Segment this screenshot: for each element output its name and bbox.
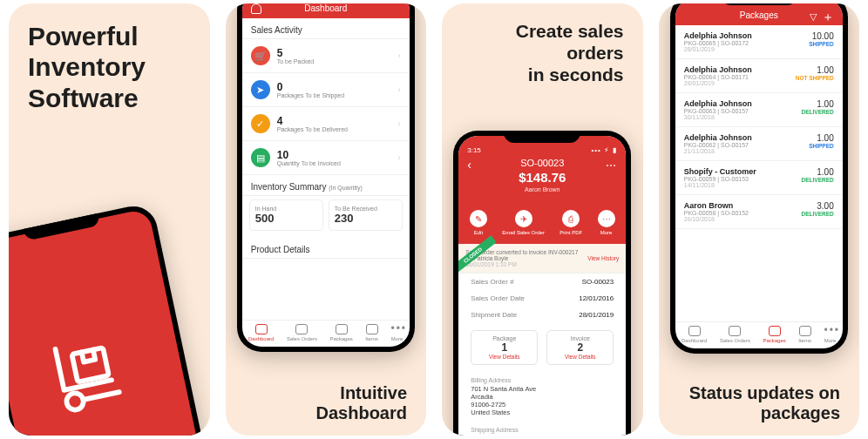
package-row[interactable]: Adelphia Johnson PKG-00065 | SO-00172 28…: [675, 25, 843, 59]
bell-icon[interactable]: [251, 3, 261, 14]
phone-sales-order: 3:15 ••• ⚡︎ ▮ ‹ ⋯ SO-00023 $148.76 Aaron…: [453, 131, 631, 436]
summary-card-invoice[interactable]: Invoice2View Details: [546, 330, 614, 365]
order-amount: $148.76: [458, 170, 626, 185]
package-date: 21/11/2018: [684, 148, 752, 154]
package-customer: Adelphia Johnson: [684, 31, 752, 40]
customer-name: Aaron Brown: [458, 186, 626, 192]
action-icon: ✎: [470, 210, 487, 227]
nav-sales orders[interactable]: Sales Orders: [287, 324, 317, 341]
sales-activity-title: Sales Activity: [242, 18, 410, 39]
back-icon[interactable]: ‹: [467, 158, 471, 172]
package-customer: Adelphia Johnson: [684, 99, 752, 108]
order-header: ‹ ⋯ SO-00023 $148.76 Aaron Brown: [458, 154, 626, 203]
package-date: 26/10/2018: [684, 216, 749, 222]
package-status: NOT SHIPPED: [796, 75, 834, 81]
package-status: DELIVERED: [802, 109, 834, 115]
order-action-edit[interactable]: ✎Edit: [470, 210, 487, 235]
activity-value: 0: [277, 82, 344, 92]
package-amount: 1.00: [809, 133, 834, 143]
activity-value: 5: [277, 48, 314, 58]
activity-label: Packages To be Shipped: [277, 92, 344, 98]
package-status: SHIPPED: [809, 143, 834, 149]
filter-icon[interactable]: ▽: [810, 11, 817, 23]
order-action-email sales order[interactable]: ✈Email Sales Order: [502, 210, 545, 235]
phone-packages: Packages ▽ ＋ Adelphia Johnson PKG-00065 …: [670, 3, 848, 354]
nav-dashboard[interactable]: Dashboard: [248, 324, 274, 341]
action-icon: ⋯: [598, 210, 615, 227]
activity-row[interactable]: 🛒 5 To be Packed ›: [242, 39, 410, 73]
nav-icon: [769, 326, 781, 336]
order-action-more[interactable]: ⋯More: [598, 210, 615, 235]
activity-icon: ✓: [251, 114, 270, 133]
inventory-card: In Hand500: [249, 199, 323, 231]
package-status: DELIVERED: [802, 211, 834, 217]
package-ids: PKG-00065 | SO-00172: [684, 40, 752, 46]
nav-icon: [295, 324, 308, 334]
package-ids: PKG-00064 | SO-00171: [684, 74, 752, 80]
order-action-print pdf[interactable]: ⎙Print PDF: [559, 210, 582, 235]
action-icon: ✈: [515, 210, 532, 227]
nav-packages[interactable]: Packages: [329, 324, 352, 341]
packages-header: Packages ▽ ＋: [675, 3, 843, 25]
nav-icon: [255, 324, 268, 334]
activity-row[interactable]: ✓ 4 Packages To be Delivered ›: [242, 107, 410, 141]
promo-panel-1: Powerful Inventory Software: [9, 3, 210, 436]
activity-value: 10: [277, 150, 341, 160]
chevron-right-icon: ›: [398, 85, 401, 94]
hand-truck-icon: [44, 324, 143, 425]
package-row[interactable]: Adelphia Johnson PKG-00062 | SO-00157 21…: [675, 127, 843, 161]
detail-row: Sales Order #SO-00023: [458, 274, 626, 290]
package-ids: PKG-00062 | SO-00157: [684, 142, 752, 148]
panel1-heading: Powerful Inventory Software: [9, 3, 210, 113]
nav-icon: [366, 324, 378, 334]
add-icon[interactable]: ＋: [822, 10, 834, 25]
nav-sales orders[interactable]: Sales Orders: [720, 326, 750, 343]
activity-row[interactable]: ➤ 0 Packages To be Shipped ›: [242, 73, 410, 107]
package-row[interactable]: Aaron Brown PKG-00058 | SO-00152 26/10/2…: [675, 195, 843, 229]
nav-dashboard[interactable]: Dashboard: [682, 326, 707, 343]
action-icon: ⎙: [562, 210, 580, 227]
panel3-heading: Create sales orders in seconds: [442, 3, 643, 85]
nav-icon: [799, 326, 811, 336]
product-details-title: Product Details: [242, 238, 410, 259]
package-date: 14/11/2018: [684, 182, 756, 188]
nav-items[interactable]: Items: [365, 324, 378, 341]
detail-row: Shipment Date28/01/2019: [458, 307, 626, 323]
summary-card-package[interactable]: Package1View Details: [471, 330, 538, 365]
nav-icon: [336, 324, 348, 334]
package-status: DELIVERED: [802, 177, 834, 183]
package-amount: 10.00: [809, 31, 834, 41]
package-row[interactable]: Adelphia Johnson PKG-00063 | SO-00157 30…: [675, 93, 843, 127]
activity-row[interactable]: ▤ 10 Quantity To be Invoiced ›: [242, 141, 410, 175]
package-customer: Aaron Brown: [684, 201, 749, 210]
more-icon[interactable]: ⋯: [606, 159, 617, 172]
package-row[interactable]: Adelphia Johnson PKG-00064 | SO-00171 28…: [675, 59, 843, 93]
nav-items[interactable]: Items: [798, 326, 811, 343]
nav-packages[interactable]: Packages: [763, 326, 785, 343]
package-date: 28/01/2019: [684, 46, 752, 52]
package-row[interactable]: Shopify - Customer PKG-00059 | SO-00153 …: [675, 161, 843, 195]
header-title: Dashboard: [304, 3, 347, 13]
status-icons: ••• ⚡︎ ▮: [591, 146, 617, 154]
billing-address: Billing Address 701 N Santa Anita AveArc…: [458, 372, 626, 422]
package-status: SHIPPED: [809, 41, 834, 47]
package-customer: Adelphia Johnson: [684, 65, 752, 74]
nav-icon: [729, 326, 741, 336]
svg-rect-0: [71, 348, 108, 382]
package-customer: Adelphia Johnson: [684, 133, 752, 142]
package-amount: 3.00: [802, 201, 834, 211]
package-ids: PKG-00063 | SO-00157: [684, 108, 752, 114]
nav-more[interactable]: •••More: [824, 326, 836, 343]
package-amount: 1.00: [802, 167, 834, 177]
activity-label: Packages To be Delivered: [277, 126, 348, 132]
package-amount: 1.00: [796, 65, 834, 75]
panel2-caption: Intuitive Dashboard: [226, 373, 427, 436]
detail-row: Sales Order Date12/01/2016: [458, 290, 626, 307]
chevron-right-icon: ›: [398, 153, 401, 162]
order-id: SO-00023: [458, 158, 626, 168]
nav-more[interactable]: •••More: [390, 324, 403, 341]
chevron-right-icon: ›: [398, 51, 401, 60]
view-history-link[interactable]: View History: [587, 255, 619, 261]
activity-label: Quantity To be Invoiced: [277, 160, 341, 166]
phone-dashboard: Dashboard Sales Activity 🛒 5 To be Packe…: [237, 3, 415, 352]
